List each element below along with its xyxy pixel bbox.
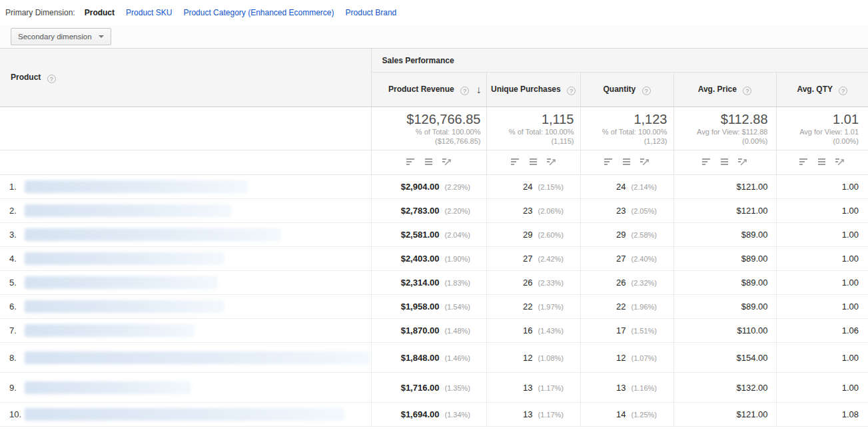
redacted-product-name[interactable] — [25, 324, 195, 337]
row-index: 6. — [9, 302, 25, 312]
primary-dimension-option-3[interactable]: Product Brand — [346, 8, 397, 17]
column-header-quantity[interactable]: Quantity — [580, 73, 673, 107]
pivot-arrow-icon[interactable] — [547, 158, 556, 166]
product-cell: 8. — [0, 343, 371, 373]
row-index: 5. — [9, 278, 25, 288]
avg-qty-cell: 1.00 — [776, 199, 868, 223]
sort-descending-bars-icon[interactable] — [511, 158, 520, 166]
column-header-avg-qty[interactable]: Avg. QTY — [776, 73, 868, 107]
column-header-avg-price[interactable]: Avg. Price — [673, 73, 776, 107]
column-header-unique-purchases[interactable]: Unique Purchases — [486, 73, 580, 107]
total-unique-value: 1,115 — [487, 111, 574, 127]
redacted-product-name[interactable] — [25, 351, 370, 364]
quantity-cell: 27(2.40%) — [580, 247, 673, 271]
avg-price-cell: $121.00 — [673, 175, 776, 199]
column-header-product-revenue-label: Product Revenue — [388, 85, 454, 94]
redacted-product-name[interactable] — [25, 228, 281, 241]
redacted-product-name[interactable] — [25, 180, 248, 193]
revenue-cell: $2,581.00(2.04%) — [371, 223, 486, 247]
row-index: 1. — [9, 182, 25, 192]
primary-dimension-option-0[interactable]: Product — [85, 8, 115, 17]
revenue-cell: $2,783.00(2.20%) — [371, 199, 486, 223]
table-row: 3. $2,581.00(2.04%) 29(2.60%) 29(2.58%) … — [0, 223, 868, 247]
column-header-product-revenue[interactable]: Product Revenue — [371, 73, 486, 107]
unique-purchases-cell: 23(2.06%) — [486, 199, 580, 223]
help-icon[interactable] — [460, 87, 469, 95]
sales-performance-label: Sales Performance — [382, 56, 454, 65]
redacted-product-name[interactable] — [25, 381, 191, 394]
total-quantity-sub1: % of Total: 100.00% — [581, 127, 667, 136]
primary-dimension-option-2[interactable]: Product Category (Enhanced Ecommerce) — [183, 8, 334, 17]
total-revenue-sub1: % of Total: 100.00% — [372, 127, 481, 136]
redacted-product-name[interactable] — [25, 204, 231, 217]
help-icon[interactable] — [642, 87, 651, 95]
redacted-product-name[interactable] — [25, 408, 344, 421]
column-header-unique-purchases-label: Unique Purchases — [491, 85, 561, 94]
revenue-cell: $1,870.00(1.48%) — [371, 319, 486, 343]
unique-purchases-cell: 27(2.42%) — [486, 247, 580, 271]
help-icon[interactable] — [47, 75, 56, 83]
row-index: 2. — [9, 206, 25, 216]
avg-price-cell: $89.00 — [673, 247, 776, 271]
table-row: 7. $1,870.00(1.48%) 16(1.43%) 17(1.51%) … — [0, 319, 868, 343]
redacted-product-name[interactable] — [25, 252, 224, 265]
tools-cell-avg-qty — [776, 150, 868, 175]
equal-bars-icon[interactable] — [720, 158, 729, 166]
avg-qty-cell: 1.00 — [776, 223, 868, 247]
table-row: 4. $2,403.00(1.90%) 27(2.42%) 27(2.40%) … — [0, 247, 868, 271]
help-icon[interactable] — [567, 87, 576, 95]
redacted-product-name[interactable] — [25, 300, 224, 313]
unique-purchases-cell: 26(2.33%) — [486, 271, 580, 295]
product-cell: 10. — [0, 403, 371, 427]
revenue-cell: $2,314.00(1.83%) — [371, 271, 486, 295]
secondary-dimension-button[interactable]: Secondary dimension — [11, 28, 111, 45]
totals-row: $126,766.85 % of Total: 100.00% ($126,76… — [0, 107, 868, 150]
total-revenue-sub2: ($126,766.85) — [372, 136, 481, 146]
help-icon[interactable] — [743, 87, 751, 95]
revenue-cell: $1,694.00(1.34%) — [371, 403, 486, 427]
help-icon[interactable] — [839, 87, 847, 95]
primary-dimension-option-1[interactable]: Product SKU — [126, 8, 172, 17]
column-header-product-label: Product — [11, 73, 41, 82]
avg-qty-cell: 1.00 — [776, 343, 868, 373]
primary-dimension-options: ProductProduct SKUProduct Category (Enha… — [85, 8, 408, 17]
totals-unique-purchases-cell: 1,115 % of Total: 100.00% (1,115) — [486, 107, 580, 150]
pivot-arrow-icon[interactable] — [442, 158, 452, 166]
row-index: 10. — [9, 409, 25, 419]
column-header-product[interactable]: Product — [0, 49, 371, 107]
redacted-product-name[interactable] — [25, 276, 218, 289]
avg-price-cell: $89.00 — [673, 223, 776, 247]
unique-purchases-cell: 13(1.17%) — [486, 403, 580, 427]
product-data-table: Product Sales Performance Product Revenu… — [0, 48, 868, 427]
pivot-arrow-icon[interactable] — [640, 158, 650, 166]
product-cell: 1. — [0, 175, 371, 199]
sort-descending-bars-icon[interactable] — [702, 158, 711, 166]
avg-price-cell: $154.00 — [673, 343, 776, 373]
equal-bars-icon[interactable] — [817, 158, 827, 166]
pivot-arrow-icon[interactable] — [738, 158, 747, 166]
table-row: 5. $2,314.00(1.83%) 26(2.33%) 26(2.32%) … — [0, 271, 868, 295]
unique-purchases-cell: 22(1.97%) — [486, 295, 580, 319]
sort-descending-bars-icon[interactable] — [406, 158, 416, 166]
avg-qty-cell: 1.06 — [776, 319, 868, 343]
secondary-dimension-bar: Secondary dimension — [0, 25, 868, 48]
equal-bars-icon[interactable] — [622, 158, 632, 166]
equal-bars-icon[interactable] — [424, 158, 434, 166]
quantity-cell: 13(1.16%) — [580, 373, 673, 403]
sort-descending-bars-icon[interactable] — [604, 158, 614, 166]
table-row: 2. $2,783.00(2.20%) 23(2.06%) 23(2.05%) … — [0, 199, 868, 223]
product-cell: 6. — [0, 295, 371, 319]
sort-descending-bars-icon[interactable] — [799, 158, 809, 166]
equal-bars-icon[interactable] — [529, 158, 538, 166]
row-index: 4. — [9, 254, 25, 264]
tools-cell-quantity — [580, 150, 673, 175]
pivot-arrow-icon[interactable] — [835, 158, 845, 166]
primary-dimension-bar: Primary Dimension: ProductProduct SKUPro… — [0, 0, 868, 25]
total-avg-price-sub1: Avg for View: $112.88 — [674, 127, 768, 136]
avg-price-cell: $121.00 — [673, 403, 776, 427]
total-quantity-sub2: (1,123) — [581, 136, 667, 146]
unique-purchases-cell: 29(2.60%) — [486, 223, 580, 247]
chevron-down-icon — [99, 35, 104, 38]
sort-descending-arrow-icon[interactable] — [476, 83, 482, 95]
total-revenue-value: $126,766.85 — [372, 111, 481, 127]
